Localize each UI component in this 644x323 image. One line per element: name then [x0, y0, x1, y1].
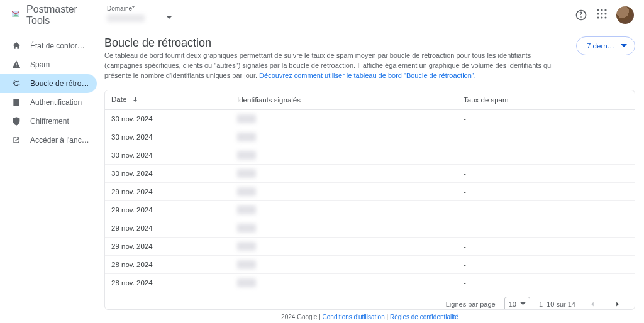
app-header: Postmaster Tools Domaine* [0, 0, 644, 30]
sidebar-item-label: État de conformité [30, 41, 89, 50]
cell-date: 29 nov. 2024 [105, 182, 231, 200]
cell-date: 30 nov. 2024 [105, 146, 231, 164]
redacted-value [237, 205, 256, 214]
caret-down-icon [621, 43, 627, 49]
rows-per-page-value: 10 [509, 300, 516, 308]
cell-spam: - [457, 109, 635, 128]
cell-ids [231, 128, 457, 146]
sidebar-item-spam[interactable]: Spam [0, 55, 97, 74]
page-description: Ce tableau de bord fournit deux graphiqu… [104, 51, 564, 81]
cell-spam: - [457, 255, 635, 273]
table-row: 30 nov. 2024- [105, 146, 635, 164]
sidebar-item-old-version[interactable]: Accéder à l'ancienne versi... [0, 131, 97, 150]
domain-selector[interactable]: Domaine* [107, 4, 172, 26]
cell-ids [231, 255, 457, 273]
cell-ids [231, 164, 457, 182]
table-row: 29 nov. 2024- [105, 182, 635, 200]
domain-selector-label: Domaine* [107, 5, 172, 12]
cell-spam: - [457, 128, 635, 146]
domain-selector-value [107, 14, 145, 22]
table-row: 28 nov. 2024- [105, 255, 635, 273]
shield-icon [11, 116, 21, 126]
next-page-button[interactable] [609, 296, 626, 310]
prev-page-button[interactable] [584, 296, 601, 310]
cell-spam: - [457, 219, 635, 237]
cell-ids [231, 219, 457, 237]
main-content: Boucle de rétroaction Ce tableau de bord… [101, 30, 644, 323]
col-header-spam[interactable]: Taux de spam [457, 90, 635, 110]
sidebar-item-encryption[interactable]: Chiffrement [0, 112, 97, 131]
table-row: 30 nov. 2024- [105, 128, 635, 146]
badge-icon [11, 97, 21, 107]
sort-descending-icon [131, 96, 139, 104]
apps-grid-icon[interactable] [596, 8, 608, 21]
cell-ids [231, 109, 457, 128]
svg-point-5 [604, 13, 606, 14]
cell-date: 28 nov. 2024 [105, 255, 231, 273]
redacted-value [237, 169, 256, 178]
caret-down-icon [520, 301, 526, 307]
sidebar-item-compliance[interactable]: État de conformité [0, 36, 97, 55]
svg-point-3 [597, 13, 599, 14]
page-footer: 2024 Google | Conditions d'utilisation |… [104, 310, 635, 320]
cell-ids [231, 273, 457, 292]
sidebar-item-feedback-loop[interactable]: Boucle de rétroaction [0, 74, 97, 93]
cell-spam: - [457, 200, 635, 219]
cell-ids [231, 146, 457, 164]
cell-spam: - [457, 146, 635, 164]
cell-spam: - [457, 182, 635, 200]
home-icon [11, 41, 21, 51]
cell-ids [231, 200, 457, 219]
table-row: 29 nov. 2024- [105, 237, 635, 255]
svg-point-7 [601, 16, 602, 18]
help-icon[interactable] [575, 9, 587, 21]
sidebar-item-label: Accéder à l'ancienne versi... [30, 136, 89, 145]
rows-per-page-select[interactable]: 10 [504, 297, 530, 310]
cell-date: 29 nov. 2024 [105, 200, 231, 219]
rows-per-page-label: Lignes par page [446, 300, 496, 308]
svg-point-6 [597, 16, 599, 18]
footer-privacy-link[interactable]: Règles de confidentialité [390, 314, 458, 320]
redacted-value [237, 133, 256, 141]
cell-date: 28 nov. 2024 [105, 273, 231, 292]
svg-point-1 [601, 9, 602, 11]
redacted-value [237, 260, 256, 269]
redacted-value [237, 278, 256, 287]
sidebar-item-label: Chiffrement [30, 117, 69, 126]
cell-date: 30 nov. 2024 [105, 109, 231, 128]
table-row: 29 nov. 2024- [105, 219, 635, 237]
data-table-card: Date Identifiants signalés Taux de spam … [104, 90, 635, 310]
sidebar-item-authentication[interactable]: Authentification [0, 93, 97, 112]
user-avatar[interactable] [616, 6, 634, 24]
sidebar-item-label: Boucle de rétroaction [30, 79, 89, 88]
external-link-icon [11, 135, 21, 145]
caret-down-icon [166, 13, 172, 23]
feedback-loop-table: Date Identifiants signalés Taux de spam … [105, 90, 635, 292]
cell-date: 30 nov. 2024 [105, 164, 231, 182]
postmaster-logo-icon [10, 8, 21, 21]
svg-point-4 [601, 13, 602, 14]
date-range-label: 7 derniers j... [587, 42, 616, 50]
table-row: 29 nov. 2024- [105, 200, 635, 219]
redacted-value [237, 242, 256, 251]
redacted-value [237, 151, 256, 160]
sidebar-item-label: Spam [30, 60, 50, 69]
col-header-ids[interactable]: Identifiants signalés [231, 90, 457, 110]
cell-ids [231, 237, 457, 255]
sidebar-nav: État de conformité Spam Boucle de rétroa… [0, 30, 101, 323]
cell-spam: - [457, 273, 635, 292]
table-row: 30 nov. 2024- [105, 109, 635, 128]
col-header-date[interactable]: Date [105, 90, 231, 110]
svg-point-8 [604, 16, 606, 18]
learn-more-link[interactable]: Découvrez comment utiliser le tableau de… [259, 72, 476, 79]
app-title: Postmaster Tools [26, 4, 99, 26]
cell-ids [231, 182, 457, 200]
svg-point-0 [597, 9, 599, 11]
page-range: 1–10 sur 14 [539, 300, 575, 308]
footer-copyright: 2024 Google [281, 314, 317, 320]
report-icon [11, 60, 21, 70]
table-row: 28 nov. 2024- [105, 273, 635, 292]
footer-terms-link[interactable]: Conditions d'utilisation [323, 314, 385, 320]
date-range-button[interactable]: 7 derniers j... [576, 36, 635, 55]
table-row: 30 nov. 2024- [105, 164, 635, 182]
